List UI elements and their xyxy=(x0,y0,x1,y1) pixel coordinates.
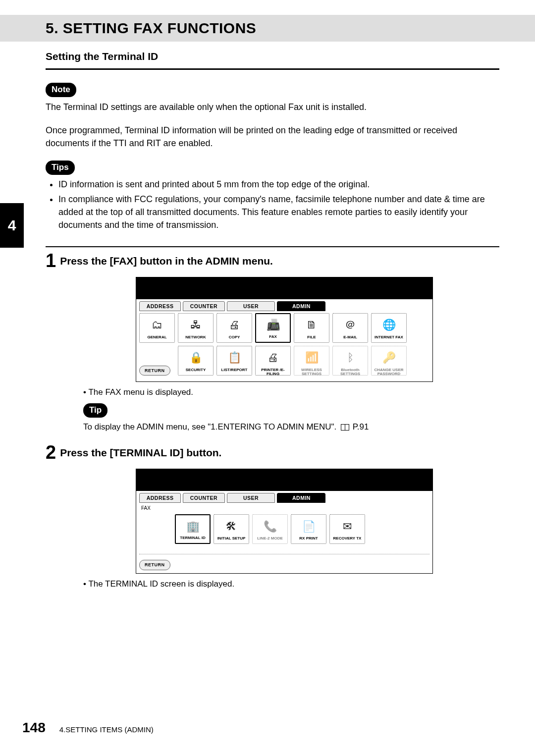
tab-admin[interactable]: ADMIN xyxy=(277,493,325,503)
internet-fax-icon: 🌐 xyxy=(382,315,396,335)
tips-item: ID information is sent and printed about… xyxy=(58,178,499,191)
recovery-icon: ✉ xyxy=(343,516,352,537)
step-title: Press the [TERMINAL ID] button. xyxy=(60,446,221,460)
tips-list: ID information is sent and printed about… xyxy=(46,178,499,231)
admin-btn-wireless[interactable]: 📶 WIRELESS SETTINGS xyxy=(294,346,329,376)
section-rule xyxy=(46,68,499,70)
fax-btn-recovery-tx[interactable]: ✉ RECOVERY TX xyxy=(329,514,365,544)
tips-pill: Tips xyxy=(46,161,75,175)
section-heading: Setting the Terminal ID xyxy=(46,50,499,63)
tips-item: In compliance with FCC regulations, your… xyxy=(58,193,499,231)
tab-address[interactable]: ADDRESS xyxy=(139,301,181,311)
title-band: 5. SETTING FAX FUNCTIONS xyxy=(0,15,535,42)
footer-chapter: 4.SETTING ITEMS (ADMIN) xyxy=(59,725,154,735)
admin-btn-file[interactable]: 🗎 FILE xyxy=(294,313,329,343)
setup-icon: 🛠 xyxy=(226,516,237,537)
step-number: 1 xyxy=(46,251,56,270)
step1-result-text: The FAX menu is displayed. xyxy=(83,387,499,398)
step2-result-text: The TERMINAL ID screen is displayed. xyxy=(83,579,499,590)
page-title: 5. SETTING FAX FUNCTIONS xyxy=(46,18,256,39)
file-icon: 🗎 xyxy=(306,315,317,335)
tab-counter[interactable]: COUNTER xyxy=(183,301,224,311)
network-icon: 🖧 xyxy=(190,315,201,335)
admin-btn-fax[interactable]: 📠 FAX xyxy=(255,313,291,343)
fax-btn-terminal-id[interactable]: 🏢 TERMINAL ID xyxy=(175,514,211,544)
terminal-id-icon: 🏢 xyxy=(186,516,200,536)
admin-btn-ifax[interactable]: 🌐 INTERNET FAX xyxy=(371,313,407,343)
fax-btn-rx-print[interactable]: 📄 RX PRINT xyxy=(291,514,326,544)
admin-btn-email[interactable]: ＠ E-MAIL xyxy=(332,313,368,343)
rx-print-icon: 📄 xyxy=(302,516,316,537)
fax-icon: 📠 xyxy=(267,315,280,335)
book-icon xyxy=(341,424,349,431)
tip-text: To display the ADMIN menu, see "1.ENTERI… xyxy=(83,422,336,432)
admin-btn-general[interactable]: 🗂 GENERAL xyxy=(139,313,175,343)
admin-btn-printer-efiling[interactable]: 🖨 PRINTER /E-FILING xyxy=(255,346,291,376)
tab-counter[interactable]: COUNTER xyxy=(183,493,224,503)
password-icon: 🔑 xyxy=(382,347,396,368)
tab-user[interactable]: USER xyxy=(227,301,275,311)
admin-menu-screen: ADDRESS COUNTER USER ADMIN 🗂 GENERAL xyxy=(136,277,433,382)
note-text: The Terminal ID settings are available o… xyxy=(46,101,499,113)
breadcrumb: FAX xyxy=(141,505,429,512)
wireless-icon: 📶 xyxy=(305,347,319,368)
tab-user[interactable]: USER xyxy=(227,493,275,503)
security-icon: 🔒 xyxy=(189,347,203,368)
admin-btn-bluetooth[interactable]: ᛒ Bluetooth SETTINGS xyxy=(332,346,368,376)
return-button[interactable]: RETURN xyxy=(139,560,170,570)
admin-btn-network[interactable]: 🖧 NETWORK xyxy=(178,313,214,343)
tab-address[interactable]: ADDRESS xyxy=(139,493,181,503)
bluetooth-icon: ᛒ xyxy=(347,347,354,368)
report-icon: 📋 xyxy=(228,347,241,368)
step-number: 2 xyxy=(46,443,56,462)
page-ref: P.91 xyxy=(353,422,369,432)
return-button[interactable]: RETURN xyxy=(139,366,170,376)
chapter-tab: 4 xyxy=(0,203,24,248)
step-rule xyxy=(46,246,499,247)
admin-btn-copy[interactable]: 🖨 COPY xyxy=(216,313,252,343)
fax-btn-line2-mode[interactable]: 📞 LINE-2 MODE xyxy=(252,514,288,544)
email-icon: ＠ xyxy=(345,315,356,335)
fax-menu-screen: ADDRESS COUNTER USER ADMIN FAX 🏢 TERMINA… xyxy=(136,469,433,574)
page-number: 148 xyxy=(22,718,46,737)
admin-btn-change-password[interactable]: 🔑 CHANGE USER PASSWORD xyxy=(371,346,407,376)
tab-admin[interactable]: ADMIN xyxy=(277,301,325,311)
printer-icon: 🖨 xyxy=(268,347,278,368)
copy-icon: 🖨 xyxy=(229,315,240,335)
page-footer: 148 4.SETTING ITEMS (ADMIN) xyxy=(0,718,154,737)
admin-btn-security[interactable]: 🔒 SECURITY xyxy=(178,346,214,376)
general-icon: 🗂 xyxy=(152,315,162,335)
fax-btn-initial-setup[interactable]: 🛠 INITIAL SETUP xyxy=(214,514,249,544)
note-pill: Note xyxy=(46,83,76,97)
tip-pill: Tip xyxy=(83,403,107,418)
line2-icon: 📞 xyxy=(264,516,277,537)
intro-paragraph: Once programmed, Terminal ID information… xyxy=(46,124,499,149)
admin-btn-list-report[interactable]: 📋 LIST/REPORT xyxy=(216,346,252,376)
step-title: Press the [FAX] button in the ADMIN menu… xyxy=(60,254,273,268)
